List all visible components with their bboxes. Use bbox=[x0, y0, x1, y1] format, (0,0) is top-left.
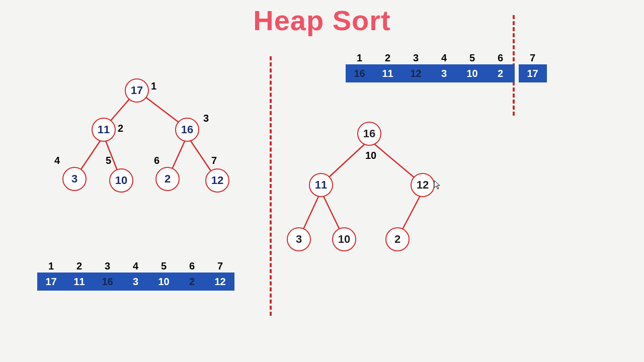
right-tree-node-5: 10 bbox=[332, 227, 356, 251]
array-cell: 316 bbox=[94, 273, 122, 291]
cursor-icon bbox=[434, 180, 441, 190]
left-tree-node-1: 17 bbox=[125, 78, 149, 103]
array-cell: 211 bbox=[65, 273, 94, 291]
left-tree-label-6: 6 bbox=[154, 155, 159, 166]
right-tree-node-2: 11 bbox=[309, 173, 333, 197]
right-array: 116 211 312 43 510 62 717 bbox=[346, 64, 547, 82]
array-cell: 43 bbox=[430, 64, 458, 82]
array-cell: 211 bbox=[374, 64, 402, 82]
left-tree-node-3: 16 bbox=[175, 118, 199, 142]
array-cell: 712 bbox=[206, 273, 234, 291]
left-tree-label-3: 3 bbox=[203, 113, 209, 124]
left-array: 117 211 316 43 510 62 712 bbox=[37, 273, 234, 291]
array-cell-sorted: 717 bbox=[519, 64, 547, 82]
array-cell: 116 bbox=[346, 64, 374, 82]
left-tree-label-4: 4 bbox=[54, 155, 60, 166]
left-tree-label-1: 1 bbox=[151, 80, 156, 92]
array-cell: 62 bbox=[487, 64, 515, 82]
right-tree-node-6: 2 bbox=[385, 227, 410, 251]
page-title: Heap Sort bbox=[0, 4, 644, 37]
left-tree-node-4: 3 bbox=[62, 167, 87, 191]
right-tree-node-4: 3 bbox=[287, 227, 311, 251]
array-cell: 510 bbox=[150, 273, 178, 291]
array-cell: 510 bbox=[458, 64, 487, 82]
left-tree-label-5: 5 bbox=[106, 155, 111, 166]
left-tree-node-2: 11 bbox=[92, 118, 116, 142]
left-tree-node-7: 12 bbox=[205, 168, 229, 193]
left-tree-label-2: 2 bbox=[118, 123, 123, 134]
right-tree-annotation: 10 bbox=[365, 150, 376, 161]
center-divider bbox=[270, 56, 272, 316]
array-cell: 43 bbox=[122, 273, 150, 291]
right-tree-node-1: 16 bbox=[357, 122, 381, 146]
left-tree-label-7: 7 bbox=[211, 155, 217, 166]
array-cell: 312 bbox=[402, 64, 430, 82]
array-cell: 62 bbox=[178, 273, 206, 291]
left-tree-node-5: 10 bbox=[109, 168, 133, 193]
left-tree-node-6: 2 bbox=[155, 167, 180, 191]
array-cell: 117 bbox=[37, 273, 65, 291]
right-tree-node-3: 12 bbox=[411, 173, 435, 197]
